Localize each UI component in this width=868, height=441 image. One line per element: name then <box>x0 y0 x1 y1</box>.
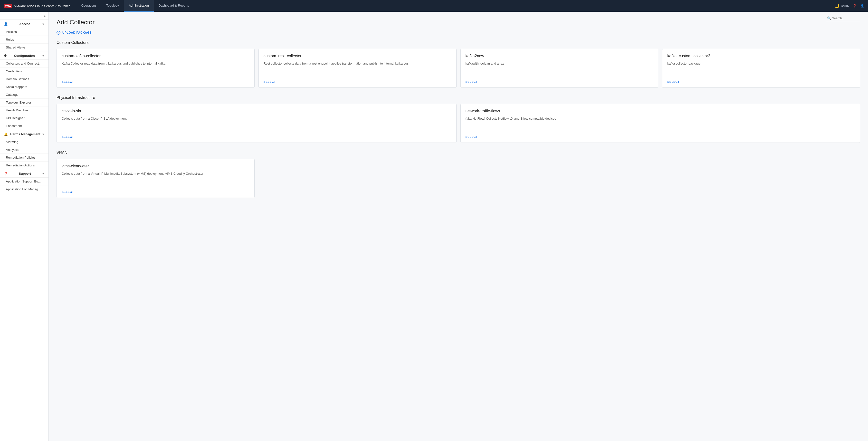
collector-card-vims-clearwater: vims-clearwater Collects data from a Vir… <box>57 159 255 198</box>
select-button-network-traffic[interactable]: SELECT <box>466 134 478 139</box>
card-desc-custom-kafka: Kafka Collector read data from a kafka b… <box>62 61 249 73</box>
sidebar-item-health-dashboard[interactable]: Health Dashboard <box>0 106 49 114</box>
sidebar-item-app-log[interactable]: Application Log Manag... <box>0 185 49 193</box>
sidebar: « 👤 Access ▼ Policies Roles Shared Views… <box>0 12 49 441</box>
dark-mode-label: DARK <box>841 4 849 7</box>
collector-card-custom-kafka: custom-kafka-collector Kafka Collector r… <box>57 49 255 88</box>
sidebar-item-collectors[interactable]: Collectors and Connect... <box>0 60 49 67</box>
sidebar-item-credentials[interactable]: Credentials <box>0 67 49 75</box>
chevron-down-icon: ▼ <box>42 23 44 26</box>
sidebar-group-alarms-label: Alarms Management <box>9 132 40 136</box>
select-button-kafka-custom2[interactable]: SELECT <box>667 79 679 85</box>
nav-item-administration[interactable]: Administration <box>124 0 153 12</box>
moon-icon: 🌙 <box>835 4 839 8</box>
chevron-down-icon: ▼ <box>42 172 44 175</box>
nav-item-operations[interactable]: Operations <box>76 0 101 12</box>
sidebar-group-alarms[interactable]: 🔔 Alarms Management ▼ <box>0 130 49 138</box>
user-icon[interactable]: 👤 <box>861 4 864 7</box>
sidebar-section-configuration: ⚙ Configuration ▼ Collectors and Connect… <box>0 52 49 130</box>
card-title-kafka-custom2: kafka_custom_collector2 <box>667 54 855 58</box>
custom-collectors-title: Custom-Collectors <box>57 40 860 45</box>
vran-title: VRAN <box>57 151 860 155</box>
physical-infra-section: Physical Infrastructure cisco-ip-sla Col… <box>57 95 860 143</box>
page-title: Add Collector <box>57 19 860 26</box>
select-button-vims-clearwater[interactable]: SELECT <box>62 189 74 195</box>
header-row: Add Collector ↑ UPLOAD PACKAGE 🔍 <box>57 19 860 40</box>
search-icon: 🔍 <box>827 16 831 20</box>
card-title-custom-kafka: custom-kafka-collector <box>62 54 249 58</box>
collector-card-kafka2new: kafka2new kafkawithnoolean and array SEL… <box>460 49 658 88</box>
collector-card-network-traffic: network-traffic-flows (aka NetFlow) Coll… <box>460 104 861 143</box>
chevron-down-icon: ▼ <box>42 133 44 136</box>
card-title-vims-clearwater: vims-clearwater <box>62 164 249 168</box>
sidebar-item-catalogs[interactable]: Catalogs <box>0 91 49 99</box>
nav-right: 🌙 DARK ❓ 👤 <box>835 4 864 8</box>
card-footer-kafka-custom2: SELECT <box>667 77 855 85</box>
sidebar-section-alarms: 🔔 Alarms Management ▼ Alarming Analytics… <box>0 130 49 169</box>
select-button-custom-kafka[interactable]: SELECT <box>62 79 74 85</box>
upload-package-button[interactable]: ↑ UPLOAD PACKAGE <box>57 31 92 35</box>
nav-items: Operations Topology Administration Dashb… <box>76 0 835 12</box>
sidebar-item-alarming[interactable]: Alarming <box>0 138 49 146</box>
sidebar-group-support[interactable]: ❓ Support ▼ <box>0 169 49 178</box>
card-footer-network-traffic: SELECT <box>466 132 855 139</box>
nav-item-topology[interactable]: Topology <box>101 0 124 12</box>
help-icon[interactable]: ❓ <box>853 4 857 7</box>
app-logo: vmw VMware Telco Cloud Service Assurance <box>4 4 70 8</box>
card-title-kafka2new: kafka2new <box>466 54 653 58</box>
sidebar-item-policies[interactable]: Policies <box>0 28 49 36</box>
sidebar-item-kpi-designer[interactable]: KPI Designer <box>0 114 49 122</box>
top-navigation: vmw VMware Telco Cloud Service Assurance… <box>0 0 868 12</box>
main-content: Add Collector ↑ UPLOAD PACKAGE 🔍 Custom-… <box>49 12 868 441</box>
sidebar-group-access[interactable]: 👤 Access ▼ <box>0 20 49 28</box>
collector-card-kafka-custom2: kafka_custom_collector2 kafka collector … <box>662 49 860 88</box>
card-title-network-traffic: network-traffic-flows <box>466 109 855 113</box>
sidebar-item-enrichment[interactable]: Enrichment <box>0 122 49 130</box>
sidebar-item-domain-settings[interactable]: Domain Settings <box>0 75 49 83</box>
vran-section: VRAN vims-clearwater Collects data from … <box>57 151 860 198</box>
card-title-cisco-ip-sla: cisco-ip-sla <box>62 109 452 113</box>
bell-icon: 🔔 <box>4 132 8 136</box>
custom-collectors-section: Custom-Collectors custom-kafka-collector… <box>57 40 860 88</box>
collector-card-custom-rest: custom_rest_collector Rest collector col… <box>258 49 457 88</box>
app-layout: « 👤 Access ▼ Policies Roles Shared Views… <box>0 12 868 441</box>
nav-item-dashboard-reports[interactable]: Dashboard & Reports <box>154 0 194 12</box>
sidebar-section-support: ❓ Support ▼ Application Support Bu... Ap… <box>0 169 49 193</box>
card-desc-custom-rest: Rest collector collects data from a rest… <box>264 61 452 73</box>
sidebar-item-shared-views[interactable]: Shared Views <box>0 43 49 52</box>
card-title-custom-rest: custom_rest_collector <box>264 54 452 58</box>
vmw-badge: vmw <box>4 4 12 8</box>
physical-infra-title: Physical Infrastructure <box>57 95 860 100</box>
sidebar-item-kafka-mappers[interactable]: Kafka Mappers <box>0 83 49 91</box>
vran-grid: vims-clearwater Collects data from a Vir… <box>57 159 860 198</box>
sidebar-collapse-button[interactable]: « <box>0 12 49 20</box>
sidebar-item-roles[interactable]: Roles <box>0 36 49 43</box>
sidebar-group-configuration[interactable]: ⚙ Configuration ▼ <box>0 52 49 60</box>
card-desc-kafka-custom2: kafka collector package <box>667 61 855 73</box>
search-input[interactable] <box>826 15 860 21</box>
select-button-kafka2new[interactable]: SELECT <box>466 79 478 85</box>
sidebar-item-analytics[interactable]: Analytics <box>0 146 49 154</box>
card-desc-network-traffic: (aka NetFlow) Collects Netflow vX and Sf… <box>466 116 855 128</box>
upload-icon: ↑ <box>57 31 60 35</box>
custom-collectors-grid: custom-kafka-collector Kafka Collector r… <box>57 49 860 88</box>
sidebar-group-access-label: Access <box>19 22 30 26</box>
sidebar-item-topology-explorer[interactable]: Topology Explorer <box>0 99 49 106</box>
select-button-custom-rest[interactable]: SELECT <box>264 79 276 85</box>
physical-infra-grid: cisco-ip-sla Collects data from a Cisco … <box>57 104 860 143</box>
sidebar-item-app-support[interactable]: Application Support Bu... <box>0 178 49 185</box>
sidebar-item-remediation-actions[interactable]: Remediation Actions <box>0 161 49 169</box>
sidebar-section-access: 👤 Access ▼ Policies Roles Shared Views <box>0 20 49 52</box>
card-footer-cisco-ip-sla: SELECT <box>62 132 452 139</box>
question-icon: ❓ <box>4 172 8 176</box>
card-desc-vims-clearwater: Collects data from a Virtual IP Multimed… <box>62 171 249 183</box>
card-footer-vims-clearwater: SELECT <box>62 187 249 195</box>
chevron-down-icon: ▼ <box>42 54 44 57</box>
select-button-cisco-ip-sla[interactable]: SELECT <box>62 134 74 139</box>
gear-icon: ⚙ <box>4 54 7 58</box>
search-bar-wrap: 🔍 <box>826 15 860 21</box>
upload-label: UPLOAD PACKAGE <box>62 31 92 34</box>
dark-mode-toggle[interactable]: 🌙 DARK <box>835 4 849 8</box>
sidebar-item-remediation-policies[interactable]: Remediation Policies <box>0 154 49 161</box>
card-desc-kafka2new: kafkawithnoolean and array <box>466 61 653 73</box>
